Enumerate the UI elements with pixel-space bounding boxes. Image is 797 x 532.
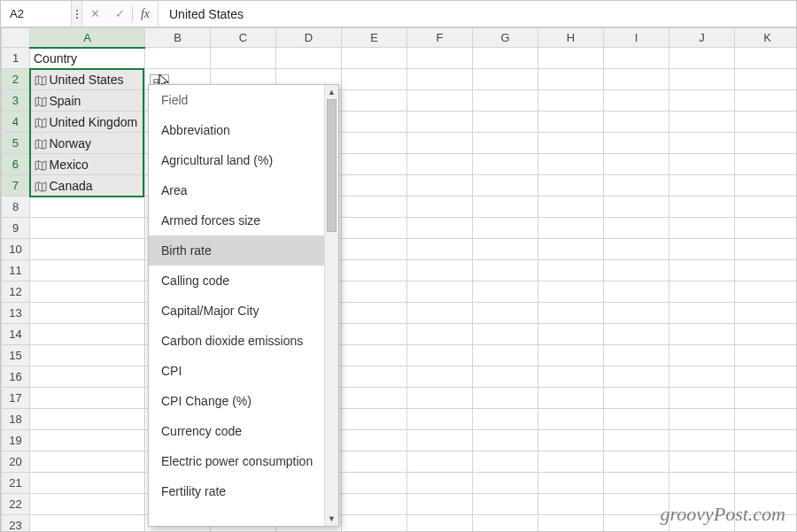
cell[interactable] <box>342 90 407 112</box>
cell[interactable] <box>604 175 669 197</box>
cell[interactable] <box>407 239 473 260</box>
cell[interactable] <box>604 133 669 154</box>
cell[interactable] <box>473 388 538 409</box>
column-drag-handle[interactable] <box>72 1 82 27</box>
row-header-7[interactable]: 7 <box>2 175 30 197</box>
row-header-21[interactable]: 21 <box>2 473 30 494</box>
cell[interactable] <box>604 281 669 303</box>
cell[interactable] <box>473 175 538 197</box>
cell[interactable] <box>669 239 735 260</box>
cell[interactable] <box>669 366 735 388</box>
cell[interactable] <box>473 90 538 112</box>
cell[interactable] <box>669 281 735 303</box>
cell[interactable] <box>669 112 735 133</box>
cell[interactable] <box>473 239 538 260</box>
cell-country[interactable]: United States <box>30 69 145 90</box>
field-option[interactable]: Calling code <box>149 266 324 296</box>
cell[interactable] <box>538 303 604 324</box>
cell[interactable] <box>538 133 604 154</box>
cell[interactable] <box>473 218 538 239</box>
row-header-4[interactable]: 4 <box>2 112 30 133</box>
cell[interactable] <box>669 324 735 345</box>
cell[interactable] <box>735 430 797 451</box>
cell[interactable] <box>342 48 407 69</box>
cell[interactable] <box>407 451 473 473</box>
row-header-19[interactable]: 19 <box>2 430 30 451</box>
cell[interactable] <box>735 48 797 69</box>
row-header-3[interactable]: 3 <box>2 90 30 112</box>
cell[interactable] <box>30 366 145 388</box>
cell[interactable] <box>669 430 735 451</box>
cell[interactable] <box>342 473 407 494</box>
cell[interactable] <box>735 90 797 112</box>
cell[interactable] <box>30 515 145 533</box>
cell[interactable] <box>342 218 407 239</box>
field-option[interactable]: Abbreviation <box>149 115 324 145</box>
cell[interactable] <box>735 69 797 90</box>
cell[interactable] <box>407 48 473 69</box>
cell[interactable] <box>342 366 407 388</box>
cell[interactable] <box>30 451 145 473</box>
cell[interactable] <box>473 133 538 154</box>
cell[interactable] <box>30 473 145 494</box>
field-option[interactable]: Fertility rate <box>149 476 324 506</box>
cell[interactable] <box>407 112 473 133</box>
cell[interactable] <box>538 473 604 494</box>
cell[interactable] <box>473 430 538 451</box>
cell[interactable] <box>538 388 604 409</box>
cell[interactable] <box>342 239 407 260</box>
cell[interactable] <box>342 197 407 218</box>
formula-input[interactable]: United States <box>158 1 796 27</box>
cell[interactable] <box>735 324 797 345</box>
field-option[interactable]: CPI Change (%) <box>149 386 324 416</box>
cell[interactable] <box>538 197 604 218</box>
cell[interactable] <box>276 48 342 69</box>
row-header-14[interactable]: 14 <box>2 324 30 345</box>
row-header-12[interactable]: 12 <box>2 281 30 303</box>
cell[interactable] <box>538 239 604 260</box>
cell[interactable] <box>473 48 538 69</box>
cell[interactable] <box>407 260 473 281</box>
cell[interactable] <box>669 260 735 281</box>
row-header-10[interactable]: 10 <box>2 239 30 260</box>
column-header-G[interactable]: G <box>473 28 538 48</box>
cell[interactable] <box>407 281 473 303</box>
cell[interactable] <box>407 409 473 430</box>
cell[interactable] <box>538 154 604 175</box>
cell[interactable] <box>604 430 669 451</box>
cell[interactable] <box>473 409 538 430</box>
row-header-20[interactable]: 20 <box>2 451 30 473</box>
cell[interactable] <box>604 451 669 473</box>
cell[interactable] <box>473 303 538 324</box>
cell-country[interactable]: United Kingdom <box>30 112 145 133</box>
cell[interactable] <box>473 324 538 345</box>
field-option[interactable]: Capital/Major City <box>149 296 324 326</box>
cell[interactable] <box>538 260 604 281</box>
cell[interactable] <box>604 409 669 430</box>
cell[interactable] <box>604 197 669 218</box>
cell[interactable] <box>407 197 473 218</box>
cell[interactable] <box>407 90 473 112</box>
cell[interactable] <box>30 324 145 345</box>
cell[interactable] <box>735 345 797 366</box>
cell[interactable] <box>538 345 604 366</box>
select-all-corner[interactable] <box>2 28 30 48</box>
cell[interactable] <box>473 154 538 175</box>
cell[interactable] <box>30 388 145 409</box>
cell[interactable] <box>473 473 538 494</box>
field-option[interactable]: Armed forces size <box>149 205 324 235</box>
cell-country[interactable]: Canada <box>30 175 145 197</box>
cell[interactable] <box>30 218 145 239</box>
cell[interactable] <box>735 239 797 260</box>
row-header-16[interactable]: 16 <box>2 366 30 388</box>
cell[interactable] <box>342 430 407 451</box>
cell[interactable] <box>407 133 473 154</box>
cell[interactable] <box>735 366 797 388</box>
cell[interactable] <box>735 133 797 154</box>
cell[interactable] <box>538 409 604 430</box>
cell[interactable] <box>407 494 473 515</box>
cell[interactable] <box>538 281 604 303</box>
cell[interactable] <box>473 112 538 133</box>
cell[interactable] <box>538 430 604 451</box>
cell[interactable] <box>473 366 538 388</box>
